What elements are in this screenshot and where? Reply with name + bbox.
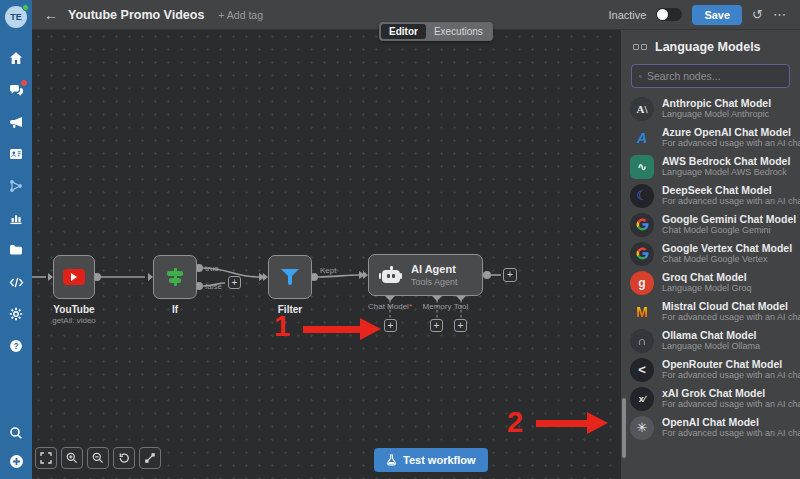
model-desc: For advanced usage with an AI chain [662, 138, 792, 149]
sidebar-bottom [8, 425, 24, 469]
sidebar: TE [0, 0, 32, 479]
panel-title: Language Models [655, 40, 761, 54]
youtube-icon [63, 269, 85, 285]
back-arrow-icon[interactable]: ← [44, 7, 58, 23]
toggle-knob [657, 9, 668, 20]
add-memory-button[interactable]: + [430, 319, 443, 332]
model-name: Google Gemini Chat Model [662, 213, 792, 226]
model-item-mistral-cloud[interactable]: M Mistral Cloud Chat ModelFor advanced u… [621, 297, 800, 326]
model-desc: For advanced usage with an AI chain [662, 370, 792, 381]
node-ai-agent[interactable]: AI Agent Tools Agent [368, 254, 483, 296]
home-icon[interactable] [8, 50, 24, 66]
openrouter-logo-icon: < [630, 358, 654, 382]
tab-executions[interactable]: Executions [426, 24, 491, 39]
help-icon[interactable]: ? [8, 338, 24, 354]
contacts-icon[interactable] [8, 146, 24, 162]
if-false-label: false [205, 282, 222, 291]
model-item-ollama[interactable]: ∩ Ollama Chat ModelLanguage Model Ollama [621, 326, 800, 355]
tab-editor[interactable]: Editor [381, 24, 426, 39]
annotation-arrow-1 [303, 318, 381, 340]
node-filter[interactable] [268, 255, 312, 299]
reset-zoom-button[interactable] [113, 447, 135, 469]
model-desc: For advanced usage with an AI chain [662, 196, 792, 207]
test-workflow-label: Test workflow [403, 454, 476, 466]
add-chat-model-button[interactable]: + [384, 319, 397, 332]
save-button[interactable]: Save [692, 5, 742, 25]
test-workflow-button[interactable]: Test workflow [374, 448, 488, 472]
workflows-icon[interactable] [8, 178, 24, 194]
topbar-actions: Inactive Save ↺ ⋯ [608, 5, 786, 25]
insights-icon[interactable] [8, 210, 24, 226]
filter-kept-label: Kept [320, 266, 337, 275]
chat-icon[interactable] [8, 82, 24, 98]
node-label: If [125, 304, 225, 315]
model-desc: Chat Model Google Vertex [662, 254, 792, 265]
svg-text:?: ? [13, 341, 18, 351]
search-box [631, 64, 790, 88]
model-desc: Language Model Groq [662, 283, 752, 294]
megaphone-icon[interactable] [8, 114, 24, 130]
panel-scrollbar[interactable] [622, 398, 626, 458]
model-name: Mistral Cloud Chat Model [662, 300, 792, 313]
model-item-groq[interactable]: g Groq Chat ModelLanguage Model Groq [621, 268, 800, 297]
add-tag-button[interactable]: + Add tag [218, 9, 263, 21]
model-name: DeepSeek Chat Model [662, 184, 792, 197]
model-item-azure-openai[interactable]: A Azure OpenAI Chat ModelFor advanced us… [621, 123, 800, 152]
node-youtube[interactable] [53, 255, 95, 299]
avatar[interactable]: TE [5, 6, 27, 28]
model-item-anthropic[interactable]: A\ Anthropic Chat ModelLanguage Model An… [621, 94, 800, 123]
model-item-openrouter[interactable]: < OpenRouter Chat ModelFor advanced usag… [621, 355, 800, 384]
canvas-controls [35, 447, 161, 469]
projects-folder-icon[interactable] [8, 242, 24, 258]
active-toggle[interactable] [656, 8, 682, 21]
add-node-button-agent-output[interactable]: + [503, 268, 517, 282]
workflow-title[interactable]: Youtube Promo Videos [68, 8, 204, 22]
model-name: Anthropic Chat Model [662, 97, 771, 110]
xai-logo-icon: x∕ [630, 387, 654, 411]
openai-logo-icon: ✳ [630, 416, 654, 440]
model-name: Azure OpenAI Chat Model [662, 126, 792, 139]
add-node-button-false-branch[interactable]: + [228, 276, 241, 289]
zoom-out-button[interactable] [87, 447, 109, 469]
model-item-xai-grok[interactable]: x∕ xAI Grok Chat ModelFor advanced usage… [621, 384, 800, 413]
editor-tabs: Editor Executions [379, 22, 493, 41]
model-item-aws-bedrock[interactable]: ∿ AWS Bedrock Chat ModelLanguage Model A… [621, 152, 800, 181]
nodes-panel: Language Models A\ Anthropic Chat ModelL… [620, 30, 800, 479]
annotation-step-1: 1 [265, 310, 299, 343]
active-status-label: Inactive [608, 9, 646, 21]
tidy-up-button[interactable] [139, 447, 161, 469]
add-tool-button[interactable]: + [454, 319, 467, 332]
aws-bedrock-logo-icon: ∿ [630, 155, 654, 179]
node-sublabel: Tools Agent [411, 277, 458, 287]
more-menu-icon[interactable]: ⋯ [773, 8, 786, 21]
history-icon[interactable]: ↺ [752, 8, 763, 21]
search-nodes-input[interactable] [647, 70, 782, 82]
add-workflow-icon[interactable] [8, 453, 24, 469]
robot-icon [379, 265, 403, 285]
model-item-google-vertex[interactable]: Google Vertex Chat ModelChat Model Googl… [621, 239, 800, 268]
if-icon [165, 267, 185, 287]
workflow-canvas[interactable]: true false Kept YouTube getAll: video If… [32, 30, 620, 479]
google-logo-icon [630, 213, 654, 237]
model-item-google-gemini[interactable]: Google Gemini Chat ModelChat Model Googl… [621, 210, 800, 239]
model-item-openai[interactable]: ✳ OpenAI Chat ModelFor advanced usage wi… [621, 413, 800, 442]
node-sublabel: getAll: video [24, 316, 124, 325]
input-port[interactable] [363, 271, 372, 279]
model-item-deepseek[interactable]: ☾ DeepSeek Chat ModelFor advanced usage … [621, 181, 800, 210]
annotation-arrow-2 [536, 412, 608, 434]
deepseek-logo-icon: ☾ [630, 184, 654, 208]
filter-icon [280, 267, 300, 287]
if-true-label: true [205, 264, 219, 273]
input-port[interactable] [148, 273, 157, 281]
model-name: Google Vertex Chat Model [662, 242, 792, 255]
fit-view-button[interactable] [35, 447, 57, 469]
settings-gear-icon[interactable] [8, 306, 24, 322]
search-icon[interactable] [8, 425, 24, 441]
node-if[interactable] [153, 255, 197, 299]
zoom-in-button[interactable] [61, 447, 83, 469]
code-icon[interactable] [8, 274, 24, 290]
input-port[interactable] [48, 273, 57, 281]
model-name: AWS Bedrock Chat Model [662, 155, 790, 168]
input-port[interactable] [263, 273, 272, 281]
model-desc: For advanced usage with an AI chain [662, 428, 792, 439]
